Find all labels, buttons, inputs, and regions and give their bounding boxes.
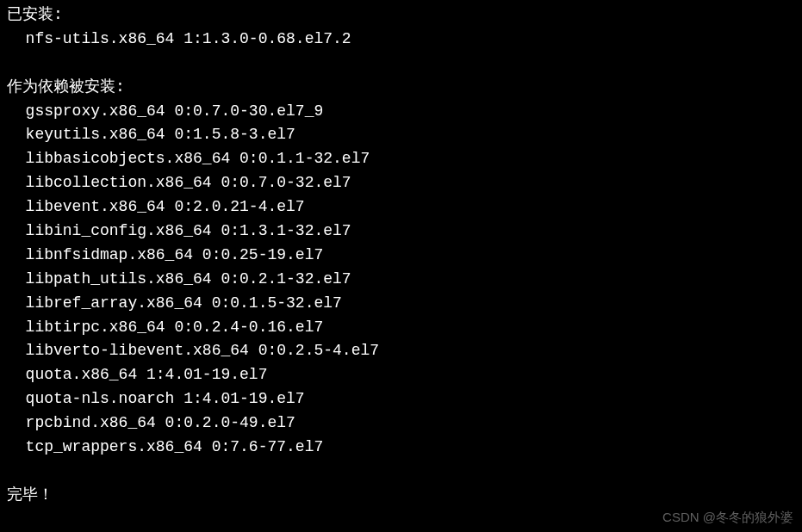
dep-package: quota.x86_64 1:4.01-19.el7 — [7, 363, 802, 387]
deps-section-header: 作为依赖被安装: — [7, 76, 802, 100]
dep-package: libpath_utils.x86_64 0:0.2.1-32.el7 — [7, 268, 802, 292]
dep-package: libtirpc.x86_64 0:0.2.4-0.16.el7 — [7, 316, 802, 340]
installed-section-header: 已安装: — [7, 3, 802, 28]
dep-package: keyutils.x86_64 0:1.5.8-3.el7 — [7, 123, 802, 147]
complete-message: 完毕！ — [7, 484, 802, 508]
dep-package: libnfsidmap.x86_64 0:0.25-19.el7 — [7, 244, 802, 268]
terminal-output: 已安装: nfs-utils.x86_64 1:1.3.0-0.68.el7.2… — [7, 3, 802, 508]
dep-package: libref_array.x86_64 0:0.1.5-32.el7 — [7, 292, 802, 316]
dep-package: libverto-libevent.x86_64 0:0.2.5-4.el7 — [7, 339, 802, 363]
dep-package: libini_config.x86_64 0:1.3.1-32.el7 — [7, 220, 802, 244]
blank-line — [7, 460, 802, 484]
dep-package: libbasicobjects.x86_64 0:0.1.1-32.el7 — [7, 147, 802, 171]
installed-package: nfs-utils.x86_64 1:1.3.0-0.68.el7.2 — [7, 28, 802, 52]
blank-line — [7, 52, 802, 76]
dep-package: rpcbind.x86_64 0:0.2.0-49.el7 — [7, 411, 802, 436]
dep-package: libevent.x86_64 0:2.0.21-4.el7 — [7, 195, 802, 220]
dep-package: libcollection.x86_64 0:0.7.0-32.el7 — [7, 171, 802, 195]
csdn-watermark: CSDN @冬冬的狼外婆 — [662, 507, 793, 527]
dep-package: tcp_wrappers.x86_64 0:7.6-77.el7 — [7, 436, 802, 460]
dep-package: quota-nls.noarch 1:4.01-19.el7 — [7, 387, 802, 411]
dep-package: gssproxy.x86_64 0:0.7.0-30.el7_9 — [7, 100, 802, 124]
